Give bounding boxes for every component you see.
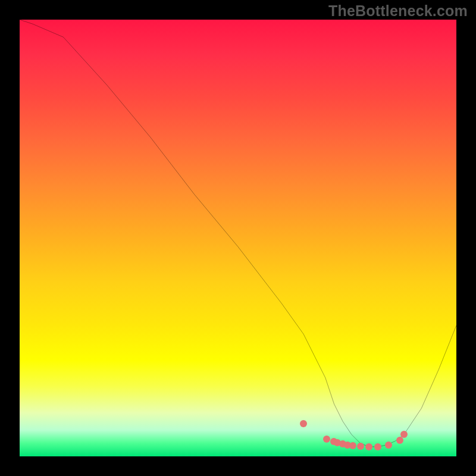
background-gradient — [20, 20, 456, 456]
chart-canvas: TheBottleneck.com — [0, 0, 476, 476]
watermark-text: TheBottleneck.com — [328, 2, 468, 20]
plot-area — [20, 20, 456, 456]
